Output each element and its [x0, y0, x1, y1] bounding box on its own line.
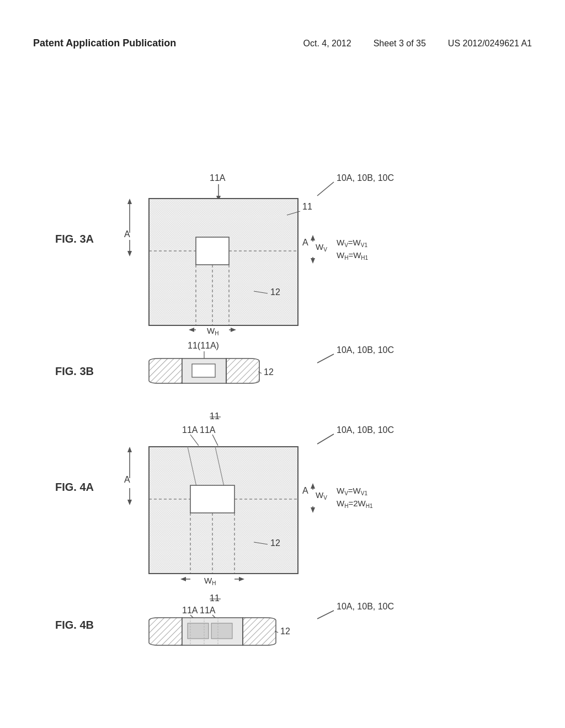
svg-rect-95 [211, 623, 232, 639]
svg-text:A: A [302, 238, 308, 247]
publication-type: Patent Application Publication [33, 38, 176, 49]
svg-text:WH=WH1: WH=WH1 [337, 250, 369, 261]
svg-text:10A, 10B, 10C: 10A, 10B, 10C [337, 602, 394, 611]
svg-marker-69 [127, 447, 132, 452]
svg-text:FIG. 3B: FIG. 3B [55, 365, 94, 377]
svg-marker-84 [239, 577, 244, 581]
svg-line-9 [317, 182, 334, 196]
svg-marker-38 [231, 328, 236, 332]
svg-text:12: 12 [270, 287, 280, 297]
svg-marker-31 [311, 258, 315, 264]
svg-marker-71 [127, 500, 132, 505]
svg-marker-29 [311, 235, 315, 240]
svg-text:WV=WV1: WV=WV1 [337, 486, 367, 496]
svg-text:12: 12 [280, 627, 290, 636]
patent-header: Patent Application Publication Oct. 4, 2… [0, 38, 565, 49]
svg-line-52 [190, 435, 199, 446]
sheet-info: Sheet 3 of 35 [374, 39, 426, 49]
svg-text:10A, 10B, 10C: 10A, 10B, 10C [337, 173, 394, 183]
svg-rect-59 [190, 485, 234, 513]
svg-text:12: 12 [264, 367, 274, 377]
svg-marker-23 [127, 199, 132, 204]
svg-marker-82 [180, 577, 186, 581]
svg-text:WV=WV1: WV=WV1 [337, 238, 367, 248]
patent-number: US 2012/0249621 A1 [448, 39, 532, 49]
svg-text:11: 11 [302, 202, 312, 211]
svg-text:11A  11A: 11A 11A [182, 606, 216, 615]
svg-text:FIG. 4B: FIG. 4B [55, 619, 94, 631]
svg-rect-45 [192, 364, 215, 377]
svg-line-43 [317, 354, 334, 363]
svg-marker-36 [189, 328, 194, 332]
svg-text:11: 11 [210, 411, 220, 421]
svg-line-53 [212, 435, 218, 446]
svg-marker-75 [311, 483, 315, 489]
svg-text:FIG. 4A: FIG. 4A [55, 481, 94, 493]
svg-text:12: 12 [270, 538, 280, 548]
svg-text:WH: WH [207, 326, 218, 336]
svg-line-55 [317, 434, 334, 444]
svg-text:11: 11 [210, 593, 220, 603]
svg-rect-13 [196, 237, 229, 265]
svg-text:WH=2WH1: WH=2WH1 [337, 499, 373, 509]
diagram-area: FIG. 3A 11A 10A, 10B, 10C 11 12 A A WV W… [0, 83, 565, 728]
fig3a-label: FIG. 3A [55, 233, 94, 245]
svg-line-92 [317, 611, 334, 619]
svg-text:11A  11A: 11A 11A [182, 425, 216, 435]
svg-text:A: A [302, 486, 308, 495]
svg-text:WV: WV [316, 490, 327, 501]
svg-marker-25 [127, 251, 132, 256]
svg-text:WH: WH [204, 576, 216, 586]
pub-date: Oct. 4, 2012 [303, 39, 351, 49]
svg-text:11A: 11A [210, 173, 226, 183]
svg-marker-77 [311, 507, 315, 513]
header-info: Oct. 4, 2012 Sheet 3 of 35 US 2012/02496… [303, 39, 532, 49]
svg-rect-94 [188, 623, 209, 639]
svg-text:11(11A): 11(11A) [188, 341, 219, 350]
svg-text:10A, 10B, 10C: 10A, 10B, 10C [337, 345, 394, 355]
svg-text:WV: WV [316, 242, 327, 253]
svg-text:10A, 10B, 10C: 10A, 10B, 10C [337, 425, 394, 435]
